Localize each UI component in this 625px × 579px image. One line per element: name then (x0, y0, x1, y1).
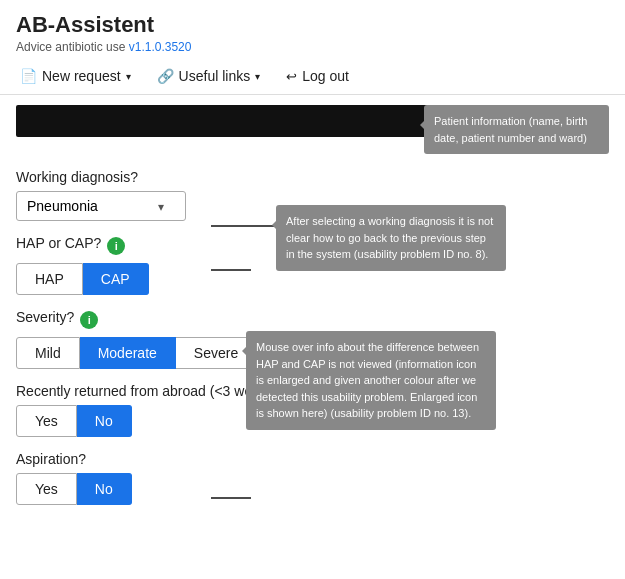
logout-button[interactable]: ↩ Log out (282, 64, 353, 88)
app-header: AB-Assistent Advice antibiotic use v1.1.… (0, 0, 625, 58)
returned-no-button[interactable]: No (77, 405, 132, 437)
link-icon: 🔗 (157, 68, 174, 84)
cap-button[interactable]: CAP (83, 263, 149, 295)
main-content: Patient information (name, birth date, p… (0, 95, 625, 529)
aspiration-btn-group: Yes No (16, 473, 609, 505)
aspiration-no-button[interactable]: No (77, 473, 132, 505)
mild-button[interactable]: Mild (16, 337, 80, 369)
useful-links-button[interactable]: 🔗 Useful links ▾ (153, 64, 265, 88)
aspiration-label: Aspiration? (16, 451, 609, 467)
moderate-button[interactable]: Moderate (80, 337, 176, 369)
severity-label: Severity? (16, 309, 74, 325)
hap-cap-info-icon[interactable]: i (107, 237, 125, 255)
patient-info-callout: Patient information (name, birth date, p… (424, 105, 609, 154)
hap-cap-label: HAP or CAP? (16, 235, 101, 251)
working-diagnosis-label: Working diagnosis? (16, 169, 609, 185)
app-subtitle: Advice antibiotic use v1.1.0.3520 (16, 40, 609, 54)
document-icon: 📄 (20, 68, 37, 84)
hapcap-callout: Mouse over info about the difference bet… (246, 331, 496, 430)
content-area: Patient information (name, birth date, p… (16, 105, 609, 505)
working-diagnosis-section: Working diagnosis? Pneumonia ▾ After sel… (16, 169, 609, 221)
aspiration-yes-button[interactable]: Yes (16, 473, 77, 505)
aspiration-section: Aspiration? Yes No One user did not know… (16, 451, 609, 505)
returned-yes-button[interactable]: Yes (16, 405, 77, 437)
working-diagnosis-select[interactable]: Pneumonia (16, 191, 186, 221)
hap-button[interactable]: HAP (16, 263, 83, 295)
diagnosis-callout: After selecting a working diagnosis it i… (276, 205, 506, 271)
severity-info-icon[interactable]: i (80, 311, 98, 329)
toolbar: 📄 New request ▾ 🔗 Useful links ▾ ↩ Log o… (0, 58, 625, 95)
useful-links-chevron-icon: ▾ (255, 71, 260, 82)
severity-label-row: Severity? i (16, 309, 609, 331)
app-title: AB-Assistent (16, 12, 609, 38)
patient-info-bar (16, 105, 446, 137)
logout-icon: ↩ (286, 69, 297, 84)
new-request-button[interactable]: 📄 New request ▾ (16, 64, 135, 88)
new-request-chevron-icon: ▾ (126, 71, 131, 82)
